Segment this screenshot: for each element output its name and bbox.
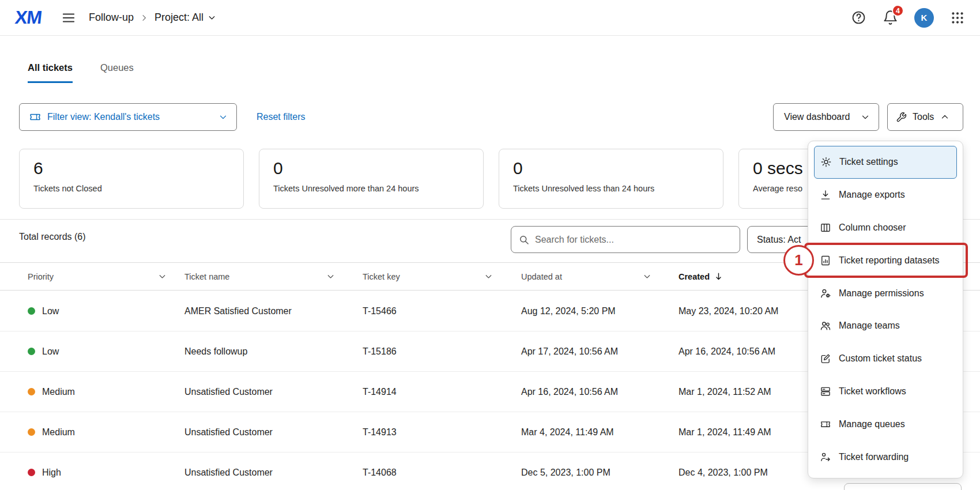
tab-all-tickets-label: All tickets (28, 62, 73, 73)
column-header-created[interactable]: Created (679, 272, 710, 281)
stat-card-unresolved-less-24h: 0 Tickets Unresolved less than 24 hours (499, 149, 723, 209)
ticket-name: Unsatisfied Customer (184, 387, 273, 397)
breadcrumb-section[interactable]: Follow-up (89, 12, 134, 24)
ticket-key: T-14068 (363, 468, 397, 478)
tools-label: Tools (913, 112, 934, 122)
apps-grid-icon (950, 10, 965, 25)
ticket-name: Unsatisfied Customer (184, 468, 273, 478)
apps-grid-button[interactable] (950, 10, 965, 25)
ticket-key: T-15186 (363, 346, 397, 357)
menu-item-label: Ticket settings (839, 157, 898, 167)
notifications-badge: 4 (892, 5, 904, 17)
columns-icon (820, 222, 831, 233)
edit-pencil-icon (820, 353, 831, 364)
menu-item-label: Custom ticket status (839, 353, 922, 364)
menu-item-manage-permissions[interactable]: Manage permissions (814, 277, 957, 310)
top-navigation-bar: XM Follow-up Project: All 4 K (0, 0, 980, 36)
menu-item-custom-ticket-status[interactable]: Custom ticket status (814, 342, 957, 375)
ticket-updated-at: Aug 12, 2024, 5:20 PM (521, 306, 616, 316)
ticket-updated-at: Apr 16, 2024, 10:56 AM (521, 387, 618, 397)
menu-item-column-chooser[interactable]: Column chooser (814, 212, 957, 244)
help-button[interactable] (851, 10, 866, 25)
ticket-search (511, 226, 740, 253)
ticket-created-at: Mar 1, 2024, 11:52 AM (679, 387, 771, 397)
chevron-down-icon[interactable] (157, 272, 167, 281)
people-icon (820, 320, 831, 331)
annotation-step-number: 1 (783, 245, 814, 276)
person-gear-icon (820, 288, 831, 299)
menu-item-ticket-forwarding[interactable]: Ticket forwarding (814, 440, 957, 473)
stat-card-unresolved-more-24h: 0 Tickets Unresolved more than 24 hours (259, 149, 484, 209)
ticket-name: Needs followup (184, 346, 247, 357)
priority-label: Low (42, 346, 59, 357)
tools-button[interactable]: Tools (887, 103, 963, 131)
ticket-updated-at: Dec 5, 2023, 1:00 PM (521, 468, 610, 478)
help-icon (851, 10, 866, 25)
ticket-created-at: May 23, 2024, 10:20 AM (679, 306, 778, 316)
column-header-priority[interactable]: Priority (28, 272, 54, 281)
sort-descending-icon[interactable] (714, 272, 723, 281)
menu-item-label: Ticket forwarding (839, 452, 909, 462)
tools-menu: Ticket settings Manage exports Column ch… (808, 141, 963, 478)
chevron-down-icon[interactable] (484, 272, 493, 281)
view-dashboard-label: View dashboard (784, 112, 854, 122)
ticket-icon (820, 419, 831, 430)
stat-value: 0 (513, 159, 709, 178)
menu-item-label: Manage exports (839, 190, 905, 200)
chevron-down-icon (207, 13, 217, 22)
column-header-updated-at[interactable]: Updated at (521, 272, 562, 281)
view-dashboard-button[interactable]: View dashboard (773, 103, 879, 131)
status-filter-label: Status: Act (757, 235, 801, 245)
report-dataset-icon (820, 255, 831, 266)
menu-item-ticket-settings[interactable]: Ticket settings (814, 146, 957, 179)
tab-all-tickets[interactable]: All tickets (28, 62, 73, 83)
search-icon (518, 234, 530, 246)
reset-filters-link[interactable]: Reset filters (257, 112, 305, 122)
menu-item-manage-exports[interactable]: Manage exports (814, 179, 957, 212)
menu-item-label: Manage teams (839, 321, 900, 331)
column-header-ticket-key[interactable]: Ticket key (363, 272, 400, 281)
column-header-ticket-name[interactable]: Ticket name (184, 272, 229, 281)
chevron-up-icon (940, 112, 950, 122)
download-icon (820, 189, 831, 201)
ticket-icon (29, 111, 42, 123)
hamburger-icon (61, 10, 76, 25)
menu-item-manage-queues[interactable]: Manage queues (814, 408, 957, 440)
priority-dot (28, 428, 35, 436)
stat-label: Tickets Unresolved less than 24 hours (513, 184, 709, 193)
ticket-created-at: Dec 4, 2023, 1:00 PM (679, 468, 768, 478)
search-input[interactable] (535, 235, 733, 245)
chevron-down-icon[interactable] (642, 272, 652, 281)
avatar[interactable]: K (914, 8, 934, 28)
chevron-down-icon (860, 112, 870, 122)
xm-logo: XM (14, 7, 43, 28)
priority-label: Low (42, 306, 59, 316)
menu-item-label: Ticket workflows (839, 386, 906, 397)
ticket-updated-at: Apr 17, 2024, 10:56 AM (521, 346, 618, 357)
chevron-right-icon (140, 13, 149, 22)
menu-item-label: Manage permissions (839, 288, 924, 299)
menu-item-manage-teams[interactable]: Manage teams (814, 310, 957, 342)
priority-dot (28, 348, 35, 355)
breadcrumb-project-dropdown[interactable]: Project: All (154, 12, 217, 24)
hamburger-menu-button[interactable] (61, 10, 76, 25)
toolbar: Filter view: Kendall's tickets Reset fil… (19, 103, 963, 131)
gear-icon (820, 156, 832, 168)
ticket-key: T-15466 (363, 306, 397, 316)
tabs-bar: All tickets Queues (28, 62, 134, 83)
stat-label: Tickets Unresolved more than 24 hours (273, 184, 469, 193)
filter-view-dropdown[interactable]: Filter view: Kendall's tickets (19, 103, 237, 131)
ticket-updated-at: Mar 4, 2024, 11:49 AM (521, 427, 614, 438)
ticket-created-at: Apr 16, 2024, 10:56 AM (679, 346, 775, 357)
notifications-button[interactable]: 4 (883, 10, 898, 25)
wrench-icon (896, 112, 907, 123)
priority-dot (28, 388, 35, 395)
menu-item-ticket-workflows[interactable]: Ticket workflows (814, 375, 957, 408)
chevron-down-icon[interactable] (326, 272, 336, 281)
tab-queues[interactable]: Queues (100, 62, 134, 83)
forward-arrow-icon (820, 451, 831, 463)
partial-bottom-control[interactable] (844, 483, 962, 490)
menu-item-ticket-reporting-datasets[interactable]: Ticket reporting datasets (814, 244, 957, 277)
ticket-name: Unsatisfied Customer (184, 427, 273, 438)
stat-value: 0 (273, 159, 469, 178)
